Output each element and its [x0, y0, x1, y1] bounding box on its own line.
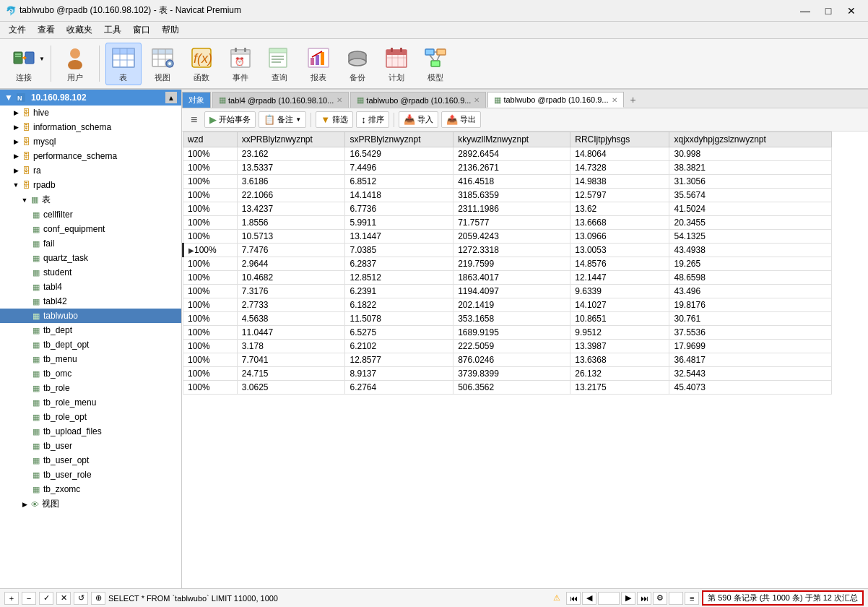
toolbar-user[interactable]: 用户: [57, 43, 93, 85]
cell-xqjxxdyhpjgzslznwyznpt[interactable]: 43.4938: [669, 244, 832, 257]
cell-RRCIjtpjyhsgs[interactable]: 12.1447: [570, 271, 669, 285]
col-header-RRCIjtpjyhsgs[interactable]: RRCIjtpjyhsgs: [570, 132, 669, 147]
cell-xxPRBlylznwyznpt[interactable]: 23.162: [237, 147, 345, 161]
cell-sxPRBlylznwyznpt[interactable]: 13.1447: [345, 230, 453, 244]
sort-button[interactable]: ↕ 排序: [356, 111, 389, 128]
begin-transaction-button[interactable]: ▶ 开始事务: [204, 111, 256, 128]
page-next-button[interactable]: ▶: [621, 592, 635, 605]
cell-wzd[interactable]: 100%: [183, 230, 238, 244]
cell-sxPRBlylznwyznpt[interactable]: 7.0385: [345, 244, 453, 257]
cell-wzd[interactable]: 100%: [183, 367, 238, 381]
cell-xxPRBlylznwyznpt[interactable]: 24.715: [237, 367, 345, 381]
cell-kkywzllMznwyznpt[interactable]: 1863.4017: [453, 271, 570, 285]
cell-RRCIjtpjyhsgs[interactable]: 14.9838: [570, 175, 669, 189]
cell-RRCIjtpjyhsgs[interactable]: 13.0053: [570, 244, 669, 257]
col-header-xxPRBlylznwyznpt[interactable]: xxPRBlylznwyznpt: [237, 132, 345, 147]
sidebar-item-quartz-task[interactable]: ▦ quartz_task: [0, 251, 181, 265]
hive-expand[interactable]: ▶: [12, 109, 20, 116]
cell-wzd[interactable]: 100%: [183, 353, 238, 367]
refresh-button[interactable]: ↺: [74, 592, 88, 605]
table-row[interactable]: 100%7.31766.23911194.40979.633943.496: [183, 285, 832, 298]
toolbar-function[interactable]: f(x) 函数: [183, 43, 220, 85]
menu-window[interactable]: 窗口: [127, 22, 156, 38]
cell-kkywzllMznwyznpt[interactable]: 2892.6454: [453, 147, 570, 161]
tab-tablwubo-2[interactable]: ▦ tablwubo @rpadb (10.160.9... ✕: [487, 92, 623, 108]
cell-xqjxxdyhpjgzslznwyznpt[interactable]: 43.496: [669, 285, 832, 298]
cell-wzd[interactable]: 100%: [183, 257, 238, 271]
page-last-button[interactable]: ⏭: [637, 592, 651, 605]
sidebar-item-views-folder[interactable]: ▶ 👁 视图: [0, 496, 181, 512]
sidebar-item-tables-folder[interactable]: ▼ ▦ 表: [0, 192, 181, 207]
cell-xqjxxdyhpjgzslznwyznpt[interactable]: 30.761: [669, 312, 832, 326]
cell-wzd[interactable]: 100%: [183, 202, 238, 216]
extra-button[interactable]: ⊕: [91, 592, 105, 605]
sidebar-item-tb-zxomc[interactable]: ▦ tb_zxomc: [0, 482, 181, 496]
cell-sxPRBlylznwyznpt[interactable]: 6.5275: [345, 326, 453, 340]
table-row[interactable]: 100%11.04476.52751689.91959.951237.5536: [183, 326, 832, 340]
cell-wzd[interactable]: 100%: [183, 298, 238, 312]
sidebar-item-tb-user-role[interactable]: ▦ tb_user_role: [0, 468, 181, 482]
expand-arrow[interactable]: ▼: [4, 92, 13, 103]
table-row[interactable]: 100%23.16216.54292892.645414.806430.998: [183, 147, 832, 161]
sidebar-item-tb-user[interactable]: ▦ tb_user: [0, 439, 181, 453]
cell-xxPRBlylznwyznpt[interactable]: 7.7476: [237, 244, 345, 257]
table-row[interactable]: 100%3.06256.2764506.356213.217545.4073: [183, 381, 832, 395]
cell-RRCIjtpjyhsgs[interactable]: 12.5797: [570, 189, 669, 202]
cell-xqjxxdyhpjgzslznwyznpt[interactable]: 35.5674: [669, 189, 832, 202]
cell-RRCIjtpjyhsgs[interactable]: 14.7328: [570, 161, 669, 175]
connection-name[interactable]: 10.160.98.102: [31, 92, 87, 103]
cell-kkywzllMznwyznpt[interactable]: 2311.1986: [453, 202, 570, 216]
cell-xqjxxdyhpjgzslznwyznpt[interactable]: 17.9699: [669, 340, 832, 353]
cancel-edit-button[interactable]: ✕: [56, 592, 71, 605]
sidebar-item-information-schema[interactable]: ▶ 🗄 information_schema: [0, 120, 181, 134]
sidebar-scroll-up[interactable]: ▲: [165, 92, 177, 103]
cell-xqjxxdyhpjgzslznwyznpt[interactable]: 45.4073: [669, 381, 832, 395]
table-row[interactable]: ▶100%7.74767.03851272.331813.005343.4938: [183, 244, 832, 257]
cell-sxPRBlylznwyznpt[interactable]: 6.2391: [345, 285, 453, 298]
cell-kkywzllMznwyznpt[interactable]: 2059.4243: [453, 230, 570, 244]
action-menu-icon[interactable]: ≡: [186, 112, 201, 128]
cell-xxPRBlylznwyznpt[interactable]: 7.7041: [237, 353, 345, 367]
cell-sxPRBlylznwyznpt[interactable]: 6.7736: [345, 202, 453, 216]
sidebar-item-tb-role-menu[interactable]: ▦ tb_role_menu: [0, 395, 181, 410]
sidebar-item-tb-omc[interactable]: ▦ tb_omc: [0, 366, 181, 381]
menu-favorites[interactable]: 收藏夹: [61, 22, 98, 38]
page-number-input[interactable]: 12: [598, 592, 620, 605]
minimize-button[interactable]: —: [794, 4, 816, 18]
sidebar-item-tb-role[interactable]: ▦ tb_role: [0, 381, 181, 395]
cell-wzd[interactable]: 100%: [183, 312, 238, 326]
comment-dropdown[interactable]: ▼: [295, 116, 301, 123]
cell-RRCIjtpjyhsgs[interactable]: 9.9512: [570, 326, 669, 340]
cell-xqjxxdyhpjgzslznwyznpt[interactable]: 30.998: [669, 147, 832, 161]
col-header-kkywzllMznwyznpt[interactable]: kkywzllMznwyznpt: [453, 132, 570, 147]
cell-wzd[interactable]: 100%: [183, 326, 238, 340]
toolbar-view[interactable]: 视图: [144, 43, 181, 85]
table-row[interactable]: 100%1.85565.991171.757713.666820.3455: [183, 216, 832, 230]
sidebar-item-tb-role-opt[interactable]: ▦ tb_role_opt: [0, 410, 181, 424]
cell-kkywzllMznwyznpt[interactable]: 416.4518: [453, 175, 570, 189]
toolbar-query[interactable]: 查询: [261, 43, 298, 85]
sidebar-item-fail[interactable]: ▦ fail: [0, 236, 181, 251]
table-row[interactable]: 100%13.42376.77362311.198613.6241.5024: [183, 202, 832, 216]
sidebar-item-hive[interactable]: ▶ 🗄 hive: [0, 106, 181, 120]
table-row[interactable]: 100%13.53377.44962136.267114.732838.3821: [183, 161, 832, 175]
table-row[interactable]: 100%4.563811.5078353.165810.865130.761: [183, 312, 832, 326]
cell-xqjxxdyhpjgzslznwyznpt[interactable]: 32.5443: [669, 367, 832, 381]
cell-sxPRBlylznwyznpt[interactable]: 12.8512: [345, 271, 453, 285]
page-first-button[interactable]: ⏮: [566, 592, 581, 605]
cell-xqjxxdyhpjgzslznwyznpt[interactable]: 19.265: [669, 257, 832, 271]
cell-xqjxxdyhpjgzslznwyznpt[interactable]: 38.3821: [669, 161, 832, 175]
sidebar-item-tb-dept[interactable]: ▦ tb_dept: [0, 323, 181, 337]
cell-sxPRBlylznwyznpt[interactable]: 6.2102: [345, 340, 453, 353]
comment-button[interactable]: 📋 备注 ▼: [259, 111, 306, 128]
cell-sxPRBlylznwyznpt[interactable]: 8.9137: [345, 367, 453, 381]
add-row-button[interactable]: +: [4, 592, 19, 605]
import-button[interactable]: 📥 导入: [399, 111, 438, 128]
ra-expand[interactable]: ▶: [12, 167, 20, 174]
cell-RRCIjtpjyhsgs[interactable]: 13.3987: [570, 340, 669, 353]
cell-RRCIjtpjyhsgs[interactable]: 10.8651: [570, 312, 669, 326]
cell-kkywzllMznwyznpt[interactable]: 71.7577: [453, 216, 570, 230]
table-row[interactable]: 100%22.106614.14183185.635912.579735.567…: [183, 189, 832, 202]
cell-xqjxxdyhpjgzslznwyznpt[interactable]: 36.4817: [669, 353, 832, 367]
export-button[interactable]: 📤 导出: [441, 111, 481, 128]
